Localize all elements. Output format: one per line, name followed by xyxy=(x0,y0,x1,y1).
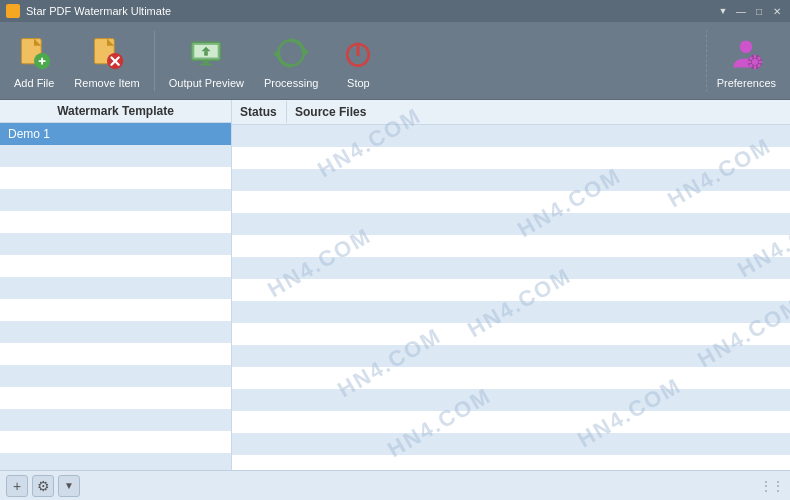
watermark-template-header: Watermark Template xyxy=(0,100,231,123)
output-preview-label: Output Preview xyxy=(169,77,244,89)
add-file-button[interactable]: Add File xyxy=(4,29,64,93)
table-row[interactable] xyxy=(232,367,790,389)
svg-rect-4 xyxy=(41,57,43,64)
list-item[interactable]: Demo 1 xyxy=(0,123,231,145)
svg-rect-25 xyxy=(754,65,757,69)
output-preview-icon xyxy=(186,33,226,73)
svg-rect-14 xyxy=(204,60,209,64)
table-row[interactable] xyxy=(232,345,790,367)
close-button[interactable]: ✕ xyxy=(770,4,784,18)
remove-item-button[interactable]: Remove Item xyxy=(64,29,149,93)
right-panel: Status Source Files HN4.COM HN4.COM HN xyxy=(232,100,790,470)
title-bar-left: Star PDF Watermark Ultimate xyxy=(6,4,171,18)
left-panel: Watermark Template Demo 1 xyxy=(0,100,232,470)
svg-rect-26 xyxy=(748,60,752,63)
stop-label: Stop xyxy=(347,77,370,89)
table-row[interactable] xyxy=(232,257,790,279)
table-row[interactable] xyxy=(232,125,790,147)
table-row[interactable] xyxy=(232,279,790,301)
output-preview-button[interactable]: Output Preview xyxy=(159,29,254,93)
toolbar-separator-1 xyxy=(154,31,155,91)
template-list[interactable]: Demo 1 xyxy=(0,123,231,470)
list-item[interactable] xyxy=(0,409,231,431)
table-row[interactable] xyxy=(232,169,790,191)
list-item[interactable] xyxy=(0,431,231,453)
settings-button[interactable]: ⚙ xyxy=(32,475,54,497)
list-item[interactable] xyxy=(0,299,231,321)
svg-rect-13 xyxy=(205,51,209,56)
list-item[interactable] xyxy=(0,277,231,299)
list-item[interactable] xyxy=(0,321,231,343)
table-row[interactable] xyxy=(232,235,790,257)
restore-button[interactable]: □ xyxy=(752,4,766,18)
bottom-bar: + ⚙ ▼ ⋮⋮ xyxy=(0,470,790,500)
list-item[interactable] xyxy=(0,255,231,277)
dropdown-arrow-icon: ▼ xyxy=(64,480,74,491)
add-button[interactable]: + xyxy=(6,475,28,497)
list-item[interactable] xyxy=(0,343,231,365)
svg-marker-18 xyxy=(273,49,278,58)
table-row[interactable] xyxy=(232,213,790,235)
table-row[interactable] xyxy=(232,433,790,455)
title-arrow-icon[interactable]: ▼ xyxy=(716,4,730,18)
add-file-label: Add File xyxy=(14,77,54,89)
list-item[interactable] xyxy=(0,365,231,387)
right-panel-header: Status Source Files xyxy=(232,100,790,125)
dropdown-button[interactable]: ▼ xyxy=(58,475,80,497)
app-title: Star PDF Watermark Ultimate xyxy=(26,5,171,17)
status-column-header: Status xyxy=(232,101,287,123)
svg-rect-15 xyxy=(200,63,213,65)
list-item[interactable] xyxy=(0,167,231,189)
processing-icon xyxy=(271,33,311,73)
list-item[interactable] xyxy=(0,387,231,409)
remove-item-icon xyxy=(87,33,127,73)
settings-icon: ⚙ xyxy=(37,478,50,494)
table-row[interactable] xyxy=(232,323,790,345)
preferences-label: Preferences xyxy=(717,77,776,89)
main-content: Watermark Template Demo 1 St xyxy=(0,100,790,470)
svg-rect-27 xyxy=(759,60,763,63)
table-row[interactable] xyxy=(232,411,790,433)
title-bar-controls[interactable]: ▼ — □ ✕ xyxy=(716,4,784,18)
remove-item-label: Remove Item xyxy=(74,77,139,89)
processing-label: Processing xyxy=(264,77,318,89)
processing-button[interactable]: Processing xyxy=(254,29,328,93)
svg-rect-24 xyxy=(754,54,757,58)
resize-grip: ⋮⋮ xyxy=(760,479,784,493)
preferences-icon xyxy=(726,33,766,73)
list-item[interactable] xyxy=(0,453,231,470)
svg-point-21 xyxy=(740,40,753,53)
stop-icon xyxy=(338,33,378,73)
table-row[interactable] xyxy=(232,147,790,169)
table-row[interactable] xyxy=(232,191,790,213)
svg-marker-17 xyxy=(304,47,309,56)
title-bar: Star PDF Watermark Ultimate ▼ — □ ✕ xyxy=(0,0,790,22)
preferences-button[interactable]: Preferences xyxy=(706,29,786,93)
svg-point-23 xyxy=(752,58,758,64)
list-item-label: Demo 1 xyxy=(8,127,50,141)
list-item[interactable] xyxy=(0,211,231,233)
list-item[interactable] xyxy=(0,189,231,211)
app-icon xyxy=(6,4,20,18)
toolbar: Add File Remove Item xyxy=(0,22,790,100)
bottom-grip-area: ⋮⋮ xyxy=(760,479,784,493)
source-files-list[interactable] xyxy=(232,125,790,470)
list-item[interactable] xyxy=(0,233,231,255)
add-icon: + xyxy=(13,478,21,494)
add-file-icon xyxy=(14,33,54,73)
source-files-column-header: Source Files xyxy=(287,101,374,123)
table-row[interactable] xyxy=(232,389,790,411)
minimize-button[interactable]: — xyxy=(734,4,748,18)
list-item[interactable] xyxy=(0,145,231,167)
table-row[interactable] xyxy=(232,455,790,470)
table-row[interactable] xyxy=(232,301,790,323)
stop-button[interactable]: Stop xyxy=(328,29,388,93)
